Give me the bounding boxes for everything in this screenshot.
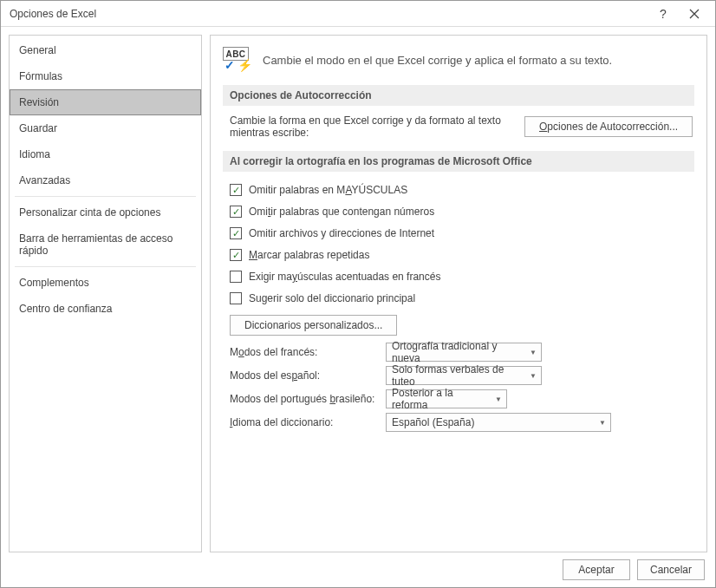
portuguese-modes-select[interactable]: Posterior a la reforma ▼ [386,389,507,408]
sidebar-item-proofing[interactable]: Revisión [10,89,201,115]
autocorrect-options-button[interactable]: OOpciones de Autocorrección...pciones de… [524,116,693,137]
sidebar-item-trust-center[interactable]: Centro de confianza [10,296,201,322]
checkbox-ignore-internet[interactable] [230,227,242,239]
close-icon [689,9,700,19]
chevron-down-icon: ▼ [599,419,606,427]
sidebar-item-label: Centro de confianza [19,303,112,315]
spanish-modes-select[interactable]: Solo formas verbales de tuteo ▼ [386,366,542,385]
titlebar: Opciones de Excel ? [1,1,715,27]
dictionary-language-value: Español (España) [392,416,474,428]
window-title: Opciones de Excel [10,8,648,20]
checkbox-ignore-numbers-label[interactable]: Omitir palabras que contengan números [249,206,434,218]
dictionary-language-label: Idioma del diccionario: [230,416,386,428]
portuguese-modes-label: Modos del portugués brasileño: [230,393,386,405]
sidebar-item-save[interactable]: Guardar [10,115,201,141]
sidebar-item-label: Avanzadas [19,174,70,186]
ok-button[interactable]: Aceptar [563,559,630,580]
chevron-down-icon: ▼ [495,395,502,403]
chevron-down-icon: ▼ [530,349,537,356]
checkbox-flag-repeated-label[interactable]: Marcar palabras repetidas [249,249,369,261]
sidebar-item-label: Barra de herramientas de acceso rápido [19,232,172,257]
french-modes-label: Modos del francés: [230,346,386,358]
section-autocorrect-header: Opciones de Autocorrección [223,85,694,106]
sidebar-item-label: Personalizar cinta de opciones [19,206,160,219]
sidebar-item-general[interactable]: General [10,37,201,63]
page-intro: Cambie el modo en el que Excel corrige y… [263,54,612,67]
checkbox-ignore-internet-label[interactable]: Omitir archivos y direcciones de Interne… [249,227,434,239]
checkbox-french-accented-label[interactable]: Exigir mayúsculas acentuadas en francés [249,271,440,283]
sidebar-item-quick-access[interactable]: Barra de herramientas de acceso rápido [10,225,201,264]
sidebar-item-advanced[interactable]: Avanzadas [10,167,201,193]
spanish-modes-value: Solo formas verbales de tuteo [392,363,524,388]
section-spelling-header: Al corregir la ortografía en los program… [223,151,694,172]
sidebar-item-label: Fórmulas [19,70,62,82]
main-panel: ABC ✓ ⚡ Cambie el modo en el que Excel c… [210,35,707,552]
checkbox-flag-repeated[interactable] [230,249,242,261]
close-button[interactable] [679,2,710,26]
checkbox-ignore-numbers[interactable] [230,206,242,218]
sidebar-item-label: Complementos [19,277,89,289]
sidebar-separator [15,266,196,267]
french-modes-value: Ortografía tradicional y nueva [392,340,524,364]
checkbox-ignore-uppercase[interactable] [230,184,242,196]
sidebar-item-label: Guardar [19,122,57,134]
sidebar: General Fórmulas Revisión Guardar Idioma… [9,35,202,552]
french-modes-select[interactable]: Ortografía tradicional y nueva ▼ [386,343,542,362]
chevron-down-icon: ▼ [530,372,537,380]
portuguese-modes-value: Posterior a la reforma [392,387,489,411]
proofing-icon: ABC ✓ ⚡ [223,47,252,73]
help-button[interactable]: ? [648,2,679,26]
sidebar-item-language[interactable]: Idioma [10,141,201,167]
sidebar-item-label: General [19,44,56,56]
checkbox-ignore-uppercase-label[interactable]: Omitir palabras en MAYÚSCULAS [249,184,407,196]
sidebar-separator [15,196,196,197]
checkbox-main-dict-only[interactable] [230,292,242,304]
sidebar-item-label: Idioma [19,148,50,160]
dialog-footer: Aceptar Cancelar [1,552,715,587]
sidebar-item-formulas[interactable]: Fórmulas [10,63,201,89]
sidebar-item-customize-ribbon[interactable]: Personalizar cinta de opciones [10,199,201,225]
checkbox-main-dict-only-label[interactable]: Sugerir solo del diccionario principal [249,292,415,304]
dictionary-language-select[interactable]: Español (España) ▼ [386,413,611,432]
autocorrect-description: Cambie la forma en que Excel corrige y d… [230,114,507,139]
spanish-modes-label: Modos del español: [230,369,386,382]
sidebar-item-addins[interactable]: Complementos [10,270,201,296]
custom-dictionaries-button[interactable]: Diccionarios personalizados... [230,315,397,336]
sidebar-item-label: Revisión [19,96,59,108]
cancel-button[interactable]: Cancelar [637,559,705,580]
checkbox-french-accented[interactable] [230,271,242,283]
